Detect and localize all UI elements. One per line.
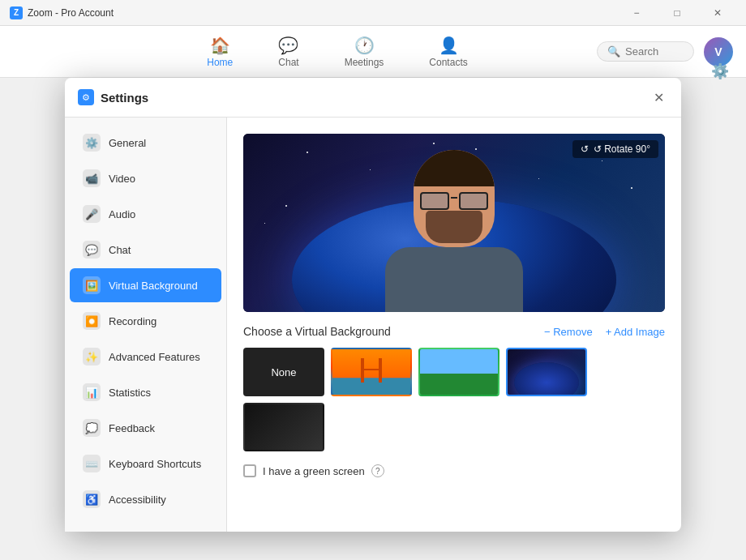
tab-meetings-label: Meetings [345, 57, 384, 68]
sidebar-label-virtual-background: Virtual Background [109, 280, 198, 292]
app-title: Zoom - Pro Account [28, 7, 114, 19]
settings-modal: ⚙ Settings ✕ ⚙️ General 📹 Video 🎤 Audio … [65, 78, 681, 532]
rotate-icon: ↺ [581, 143, 589, 155]
sidebar-label-accessibility: Accessibility [109, 494, 166, 506]
meetings-icon: 🕐 [354, 36, 375, 55]
bg-thumb-space[interactable] [506, 348, 587, 396]
help-icon[interactable]: ? [371, 464, 384, 477]
modal-header: ⚙ Settings ✕ [65, 78, 681, 118]
recording-icon: ⏺️ [83, 312, 101, 330]
tab-chat-label: Chat [278, 57, 298, 68]
video-preview: ↺ ↺ Rotate 90° [243, 134, 665, 312]
settings-gear-button[interactable]: ⚙️ [707, 58, 733, 84]
tab-contacts[interactable]: 👤 Contacts [409, 29, 487, 75]
vbg-choose-label: Choose a Virtual Background [243, 325, 391, 338]
sidebar-label-chat: Chat [109, 244, 131, 256]
sidebar-item-general[interactable]: ⚙️ General [70, 126, 221, 160]
sidebar-item-virtual-background[interactable]: 🖼️ Virtual Background [70, 268, 221, 302]
search-box[interactable]: 🔍 [597, 41, 694, 62]
sidebar-label-keyboard-shortcuts: Keyboard Shortcuts [109, 458, 201, 470]
home-icon: 🏠 [210, 36, 230, 55]
sidebar-item-video[interactable]: 📹 Video [70, 161, 221, 195]
sidebar-item-keyboard-shortcuts[interactable]: ⌨️ Keyboard Shortcuts [70, 447, 221, 481]
tab-contacts-label: Contacts [429, 57, 467, 68]
tab-home-label: Home [207, 57, 233, 68]
sidebar-label-statistics: Statistics [109, 387, 151, 399]
contacts-icon: 👤 [439, 36, 459, 55]
sidebar-item-feedback[interactable]: 💭 Feedback [70, 411, 221, 445]
chat-icon: 💬 [278, 36, 298, 55]
remove-button[interactable]: − Remove [544, 326, 593, 338]
settings-sidebar: ⚙️ General 📹 Video 🎤 Audio 💬 Chat 🖼️ Vir… [65, 118, 227, 532]
sidebar-label-audio: Audio [109, 208, 135, 220]
person-figure [373, 142, 535, 312]
sidebar-item-chat[interactable]: 💬 Chat [70, 233, 221, 267]
bg-thumb-grass[interactable] [418, 348, 499, 396]
search-icon: 🔍 [607, 45, 620, 58]
sidebar-label-general: General [109, 137, 146, 149]
bg-thumb-dark[interactable] [243, 403, 324, 451]
sidebar-label-advanced-features: Advanced Features [109, 351, 200, 363]
keyboard-shortcuts-icon: ⌨️ [83, 455, 101, 472]
bg-thumbnails: None [243, 348, 665, 451]
add-image-button[interactable]: + Add Image [606, 326, 665, 338]
feedback-icon: 💭 [83, 419, 101, 437]
green-screen-checkbox[interactable] [243, 464, 256, 477]
search-input[interactable] [625, 45, 690, 58]
modal-title-wrap: ⚙ Settings [78, 89, 148, 105]
maximize-button[interactable]: □ [658, 0, 696, 26]
vbg-actions: − Remove + Add Image [544, 326, 665, 338]
general-icon: ⚙️ [83, 134, 101, 152]
title-bar-left: Z Zoom - Pro Account [10, 6, 114, 19]
nav-bar: 🏠 Home 💬 Chat 🕐 Meetings 👤 Contacts 🔍 V [0, 26, 746, 78]
modal-close-button[interactable]: ✕ [649, 88, 668, 107]
green-screen-label: I have a green screen [263, 465, 365, 477]
modal-title: Settings [101, 91, 148, 105]
advanced-features-icon: ✨ [83, 348, 101, 365]
sidebar-label-video: Video [109, 173, 135, 185]
app-icon: Z [10, 6, 23, 19]
bg-thumb-bridge[interactable] [331, 348, 412, 396]
nav-tabs: 🏠 Home 💬 Chat 🕐 Meetings 👤 Contacts [78, 29, 597, 75]
rotate-button[interactable]: ↺ ↺ Rotate 90° [572, 140, 658, 158]
sidebar-label-recording: Recording [109, 315, 156, 327]
tab-meetings[interactable]: 🕐 Meetings [325, 29, 404, 75]
minimize-button[interactable]: − [618, 0, 655, 26]
vbg-section: Choose a Virtual Background − Remove + A… [243, 325, 665, 477]
bg-thumb-none[interactable]: None [243, 348, 324, 396]
accessibility-icon: ♿ [83, 490, 101, 508]
tab-home[interactable]: 🏠 Home [187, 29, 252, 75]
vbg-header: Choose a Virtual Background − Remove + A… [243, 325, 665, 338]
sidebar-item-audio[interactable]: 🎤 Audio [70, 197, 221, 231]
green-screen-row: I have a green screen ? [243, 461, 665, 477]
chat-nav-icon: 💬 [83, 241, 101, 259]
title-bar-controls: − □ ✕ [618, 0, 736, 26]
virtual-background-icon: 🖼️ [83, 276, 101, 294]
settings-icon: ⚙ [78, 89, 94, 105]
sidebar-label-feedback: Feedback [109, 422, 155, 434]
title-bar: Z Zoom - Pro Account − □ ✕ [0, 0, 746, 26]
sidebar-item-advanced-features[interactable]: ✨ Advanced Features [70, 340, 221, 374]
statistics-icon: 📊 [83, 383, 101, 401]
sidebar-item-accessibility[interactable]: ♿ Accessibility [70, 482, 221, 516]
video-bg [243, 134, 665, 312]
settings-content: ↺ ↺ Rotate 90° Choose a Virtual Backgrou… [227, 118, 681, 532]
sidebar-item-recording[interactable]: ⏺️ Recording [70, 304, 221, 338]
audio-icon: 🎤 [83, 205, 101, 223]
sidebar-item-statistics[interactable]: 📊 Statistics [70, 375, 221, 409]
modal-body: ⚙️ General 📹 Video 🎤 Audio 💬 Chat 🖼️ Vir… [65, 118, 681, 532]
video-icon: 📹 [83, 169, 101, 187]
bg-none-label: None [271, 366, 296, 378]
tab-chat[interactable]: 💬 Chat [259, 29, 318, 75]
rotate-label: ↺ Rotate 90° [594, 143, 650, 155]
window-close-button[interactable]: ✕ [699, 0, 736, 26]
